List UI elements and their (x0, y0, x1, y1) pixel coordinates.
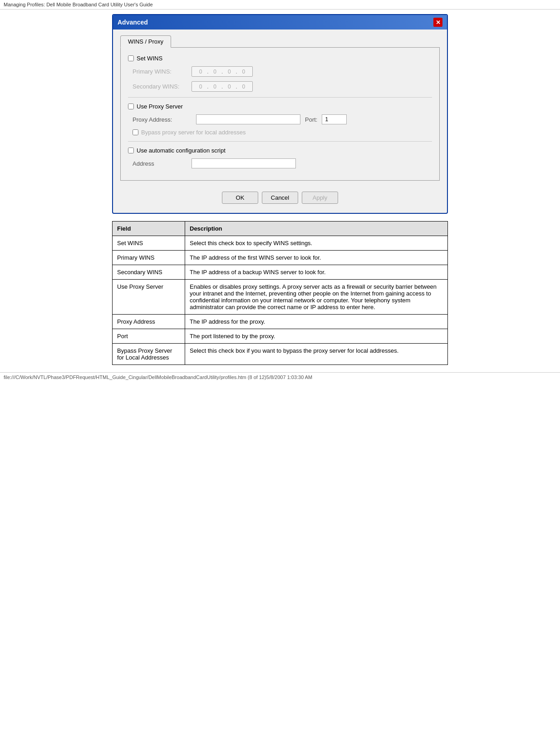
port-input[interactable] (322, 114, 347, 124)
table-cell-description: Select this check box if you want to byp… (185, 344, 448, 365)
proxy-address-input[interactable] (196, 114, 300, 124)
table-cell-description: The IP address for the proxy. (185, 315, 448, 329)
close-button[interactable]: ✕ (433, 18, 442, 27)
table-row: Use Proxy ServerEnables or disables prox… (113, 280, 448, 315)
table-cell-field: Proxy Address (113, 315, 185, 329)
table-row: Bypass Proxy Server for Local AddressesS… (113, 344, 448, 365)
bypass-proxy-checkbox[interactable] (133, 129, 138, 135)
secondary-wins-label: Secondary WINS: (133, 83, 192, 90)
table-cell-field: Bypass Proxy Server for Local Addresses (113, 344, 185, 365)
advanced-dialog: Advanced ✕ WINS / Proxy Set WINS Primary… (112, 14, 448, 214)
table-cell-field: Use Proxy Server (113, 280, 185, 315)
table-cell-description: The IP address of the first WINS server … (185, 251, 448, 265)
ip-dot-2: . (221, 68, 223, 75)
table-cell-field: Port (113, 329, 185, 344)
primary-wins-ip-1[interactable] (195, 69, 206, 75)
tab-content: Set WINS Primary WINS: . . . (120, 47, 440, 181)
secondary-wins-ip-1[interactable] (195, 84, 206, 90)
buttons-row: OK Cancel Apply (120, 188, 440, 207)
table-cell-description: Enables or disables proxy settings. A pr… (185, 280, 448, 315)
table-cell-field: Primary WINS (113, 251, 185, 265)
ip-dot-6: . (221, 83, 223, 90)
table-row: Secondary WINSThe IP address of a backup… (113, 265, 448, 280)
bypass-proxy-row: Bypass proxy server for local addresses (133, 129, 432, 136)
table-cell-field: Secondary WINS (113, 265, 185, 280)
apply-button[interactable]: Apply (302, 192, 338, 204)
auto-config-label: Use automatic configuration script (137, 147, 226, 154)
divider-1 (128, 97, 432, 98)
table-row: Set WINSSelect this check box to specify… (113, 236, 448, 251)
ip-dot-3: . (236, 68, 237, 75)
footer: file:///C/Work/NVTL/Phase3/PDFRequest/HT… (0, 372, 560, 382)
divider-2 (128, 141, 432, 142)
primary-wins-ip: . . . (192, 66, 253, 77)
bypass-proxy-label: Bypass proxy server for local addresses (141, 129, 246, 136)
port-label: Port: (305, 116, 317, 123)
use-proxy-label: Use Proxy Server (137, 103, 183, 110)
auto-config-row: Use automatic configuration script (128, 147, 432, 154)
secondary-wins-row: Secondary WINS: . . . (133, 81, 432, 92)
set-wins-label: Set WINS (137, 55, 162, 62)
dialog-title: Advanced (118, 19, 148, 26)
ip-dot-1: . (207, 68, 209, 75)
table-header-row: Field Description (113, 222, 448, 236)
tab-wins-proxy[interactable]: WINS / Proxy (120, 35, 171, 48)
dialog-body: WINS / Proxy Set WINS Primary WINS: . . (113, 30, 447, 213)
page-title: Managing Profiles: Dell Mobile Broadband… (0, 0, 560, 10)
primary-wins-label: Primary WINS: (133, 68, 192, 75)
col2-header: Description (185, 222, 448, 236)
ok-button[interactable]: OK (222, 192, 258, 204)
table-row: Primary WINSThe IP address of the first … (113, 251, 448, 265)
proxy-address-label: Proxy Address: (133, 116, 192, 123)
primary-wins-row: Primary WINS: . . . (133, 66, 432, 77)
use-proxy-checkbox[interactable] (128, 103, 134, 109)
use-proxy-row: Use Proxy Server (128, 103, 432, 110)
col1-header: Field (113, 222, 185, 236)
secondary-wins-ip: . . . (192, 81, 253, 92)
set-wins-checkbox[interactable] (128, 55, 134, 61)
address-input[interactable] (192, 158, 296, 168)
table-row: Proxy AddressThe IP address for the prox… (113, 315, 448, 329)
secondary-wins-ip-4[interactable] (238, 84, 250, 90)
secondary-wins-ip-3[interactable] (223, 84, 235, 90)
dialog-titlebar: Advanced ✕ (113, 15, 447, 30)
table-cell-field: Set WINS (113, 236, 185, 251)
ip-dot-5: . (207, 83, 209, 90)
cancel-button[interactable]: Cancel (262, 192, 298, 204)
primary-wins-ip-3[interactable] (223, 69, 235, 75)
address-row: Address (133, 158, 432, 168)
ip-dot-7: . (236, 83, 237, 90)
table-cell-description: The IP address of a backup WINS server t… (185, 265, 448, 280)
table-row: PortThe port listened to by the proxy. (113, 329, 448, 344)
table-cell-description: Select this check box to specify WINS se… (185, 236, 448, 251)
table-cell-description: The port listened to by the proxy. (185, 329, 448, 344)
description-table: Field Description Set WINSSelect this ch… (112, 221, 448, 365)
primary-wins-ip-4[interactable] (238, 69, 250, 75)
tab-bar: WINS / Proxy (120, 35, 440, 47)
primary-wins-ip-2[interactable] (209, 69, 221, 75)
auto-config-checkbox[interactable] (128, 148, 134, 153)
set-wins-row: Set WINS (128, 55, 432, 62)
proxy-address-row: Proxy Address: Port: (133, 114, 432, 124)
secondary-wins-ip-2[interactable] (209, 84, 221, 90)
address-label: Address (133, 160, 192, 167)
